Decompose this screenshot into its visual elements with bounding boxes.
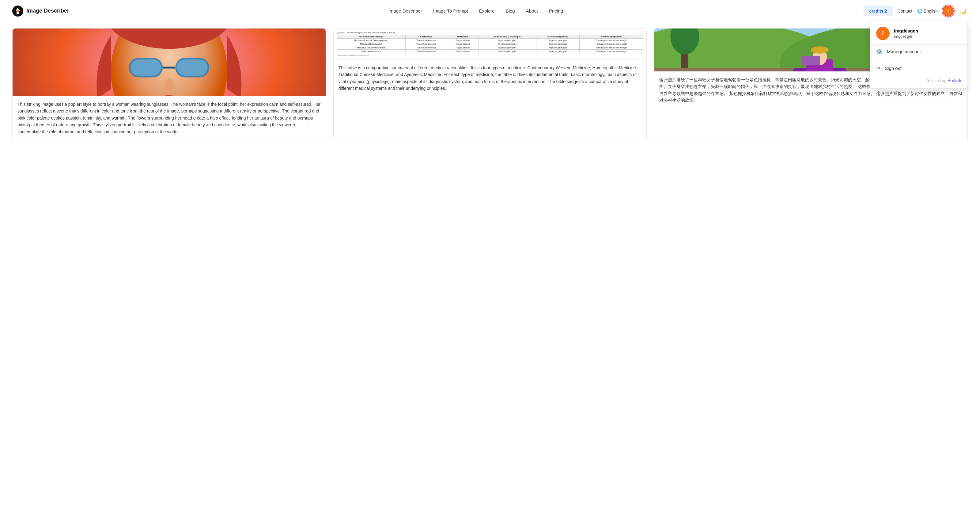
globe-icon: 🌐 [917, 9, 923, 13]
dark-mode-toggle[interactable]: 🌙 [959, 6, 968, 16]
table-row: Medicina HomeopáticaTraços fundamentaisT… [337, 42, 643, 46]
table-body: Medicina Ocidental ContemporâneaTraços f… [337, 38, 643, 53]
table-cell: Traços básicos [447, 42, 479, 46]
table-cell: Aspectos principais [478, 49, 536, 53]
table-cell: Aspectos principais [536, 42, 580, 46]
table-card-body: This table is a comparative summary of d… [334, 59, 647, 97]
header-right: credits:2 Contact 🌐 English i 🌙 [864, 5, 968, 16]
table-cell: Traços básicos [447, 38, 479, 42]
language-selector[interactable]: 🌐 English [917, 9, 938, 13]
table-cell: Traços fundamentais [405, 49, 447, 53]
col-header-4: Sistema diagnóstico [536, 35, 580, 38]
manage-account-label: Manage account [887, 49, 921, 54]
svg-rect-14 [130, 59, 161, 76]
secured-by-text: Secured by [927, 78, 946, 83]
svg-point-17 [164, 78, 173, 91]
nav-blog[interactable]: Blog [506, 8, 515, 13]
sign-out-item[interactable]: ↪ Sign out [870, 61, 967, 75]
col-header-5: Sistema terapêutico [580, 35, 643, 38]
table-description: This table is a comparative summary of d… [339, 64, 642, 92]
table-row: Medicina AyurvédicaTraços fundamentaisTr… [337, 49, 643, 53]
table-cell: Formas principais de intervenção [580, 46, 643, 49]
logo-area[interactable]: Image Describer [12, 5, 69, 16]
pop-art-description: This striking image uses a pop art style… [18, 101, 321, 135]
main-content: This striking image uses a pop art style… [0, 22, 980, 147]
user-dropdown-menu: i imgdesgen imgdesgen ⚙️ Manage account … [870, 21, 968, 89]
cards-grid: This striking image uses a pop art style… [12, 28, 968, 140]
table-cell: Aspectos principais [536, 46, 580, 49]
svg-rect-15 [177, 59, 207, 76]
table-cell: Aspectos principais [478, 46, 536, 49]
user-avatar-button[interactable]: i [943, 5, 954, 16]
nav-explore[interactable]: Explore [479, 8, 495, 13]
table-cell: Medicina Homeopática [337, 42, 405, 46]
logo-text: Image Describer [26, 8, 69, 14]
dropdown-avatar: i [876, 27, 889, 40]
svg-point-1 [16, 10, 19, 12]
signout-icon: ↪ [876, 65, 880, 72]
table-cell: Medicina Ocidental Contemporânea [337, 38, 405, 42]
col-header-0: Racionalidades médicas [337, 35, 405, 38]
manage-account-item[interactable]: ⚙️ Manage account [870, 45, 967, 59]
card-pop-art: This striking image uses a pop art style… [12, 28, 326, 140]
svg-rect-31 [807, 59, 834, 72]
table-cell: Aspectos principais [478, 42, 536, 46]
table-cell: Traços básicos [447, 46, 479, 49]
card-table: Quadro 1. Resumo comparativo das Raciona… [333, 28, 647, 140]
table-cell: Medicina Tradicional Chinesa [337, 46, 405, 49]
table-cell: Traços fundamentais [405, 46, 447, 49]
pop-art-card-body: This striking image uses a pop art style… [13, 96, 326, 140]
table-cell: Medicina Ayurvédica [337, 49, 405, 53]
col-header-2: Morfologia [447, 35, 479, 38]
nav-image-to-prompt[interactable]: Image To Prompt [433, 8, 468, 13]
table-cell: Formas principais de intervenção [580, 38, 643, 42]
sign-out-label: Sign out [885, 65, 902, 71]
table-footnote: Fonte: dados compilados pelos autores. [337, 54, 644, 56]
medical-table: Racionalidades médicas Cosmologia Morfol… [337, 35, 644, 53]
table-cell: Traços fundamentais [405, 42, 447, 46]
clerk-footer: Secured by ✦ clerk [870, 75, 967, 84]
table-row: Medicina Ocidental ContemporâneaTraços f… [337, 38, 643, 42]
dropdown-email: imgdesgen [894, 34, 918, 38]
table-cell: Formas principais de intervenção [580, 49, 643, 53]
clerk-logo: ✦ clerk [948, 78, 961, 83]
svg-rect-34 [816, 47, 824, 53]
table-header-row: Racionalidades médicas Cosmologia Morfol… [337, 35, 643, 38]
header: Image Describer Image Describer Image To… [0, 0, 980, 22]
table-cell: Aspectos principais [536, 38, 580, 42]
contact-link[interactable]: Contact [897, 9, 912, 13]
col-header-1: Cosmologia [405, 35, 447, 38]
table-row: Medicina Tradicional ChinesaTraços funda… [337, 46, 643, 49]
table-cell: Formas principais de intervenção [580, 42, 643, 46]
nav-pricing[interactable]: Pricing [549, 8, 563, 13]
table-cell: Traços básicos [447, 49, 479, 53]
table-cell: Aspectos principais [478, 38, 536, 42]
nav-image-describer[interactable]: Image Describer [388, 8, 422, 13]
logo-icon [12, 5, 23, 16]
col-header-3: Dinâmica vital ("Fisiologia") [478, 35, 536, 38]
credits-button[interactable]: credits:2 [864, 6, 892, 16]
nav-about[interactable]: About [526, 8, 538, 13]
main-nav: Image Describer Image To Prompt Explore … [88, 8, 864, 13]
language-label: English [924, 9, 938, 13]
table-caption: Quadro 1. Resumo comparativo das Raciona… [337, 32, 644, 34]
gear-icon: ⚙️ [876, 48, 883, 55]
table-cell: Traços fundamentais [405, 38, 447, 42]
table-image-area: Quadro 1. Resumo comparativo das Raciona… [334, 29, 647, 59]
dropdown-username: imgdesgen [894, 28, 918, 34]
dropdown-user-section: i imgdesgen imgdesgen [870, 21, 967, 45]
pop-art-image [13, 29, 326, 96]
dropdown-user-info: imgdesgen imgdesgen [894, 28, 918, 38]
table-cell: Aspectos principais [536, 49, 580, 53]
dropdown-divider [870, 60, 967, 60]
